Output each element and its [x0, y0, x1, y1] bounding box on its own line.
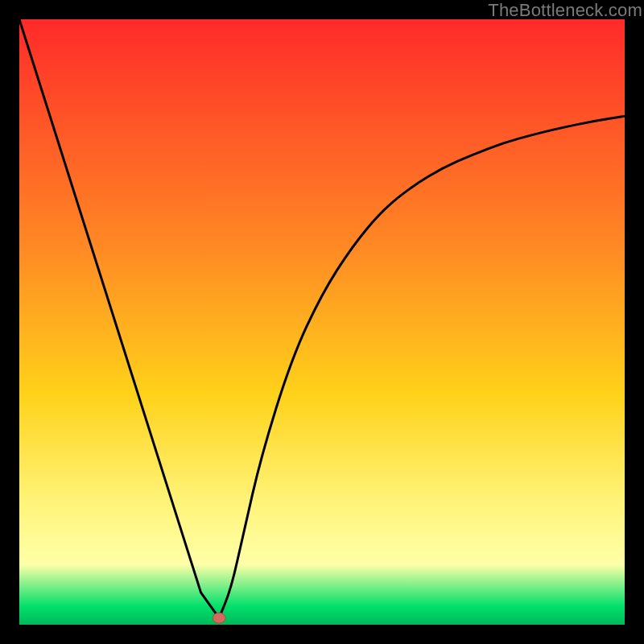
optimal-point-marker [213, 613, 225, 623]
gradient-background [19, 19, 625, 625]
bottleneck-chart [19, 19, 625, 625]
attribution-text: TheBottleneck.com [488, 0, 642, 21]
chart-frame: TheBottleneck.com [0, 0, 644, 644]
